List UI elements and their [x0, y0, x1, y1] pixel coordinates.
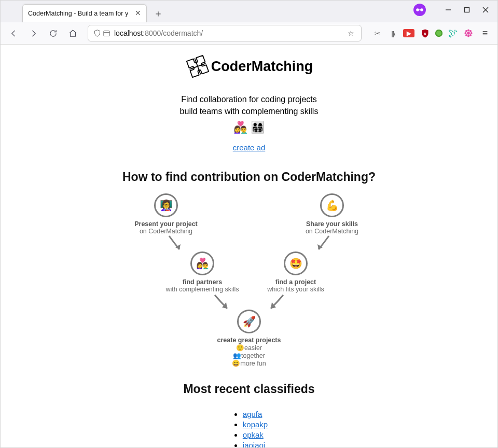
svg-point-1 — [420, 8, 423, 11]
close-tab-icon[interactable]: ✕ — [134, 9, 142, 18]
close-window-button[interactable] — [477, 3, 494, 17]
classifieds-list: agufa kopakp opkak iaojaoi aijjao — [230, 409, 268, 448]
list-item: iaojaoi — [243, 441, 268, 448]
tab-title: CoderMatching - Build a team for y — [28, 10, 134, 17]
flow-node-share: 💪 Share your skills on CoderMatching — [285, 193, 379, 235]
svg-point-13 — [464, 32, 466, 34]
browser-window: CoderMatching - Build a team for y ✕ ＋ l… — [0, 0, 498, 448]
tagline-line2: build teams with complementing skills — [62, 105, 436, 117]
incognito-icon — [413, 4, 426, 16]
list-item: kopakp — [243, 420, 268, 429]
flow-diagram: 👩‍🏫 Present your project on CoderMatchin… — [125, 193, 374, 365]
svg-point-17 — [465, 34, 467, 36]
app-menu-button[interactable]: ≡ — [478, 28, 492, 39]
window-controls — [413, 3, 494, 17]
reload-button[interactable] — [45, 25, 61, 41]
create-ad-link[interactable]: create ad — [233, 143, 266, 152]
svg-point-15 — [465, 30, 467, 32]
extension-adblock-icon[interactable]: u — [420, 29, 430, 38]
site-info-icon[interactable] — [102, 30, 111, 37]
svg-point-16 — [469, 30, 472, 32]
puzzle-logo-icon — [185, 54, 210, 79]
browser-tab[interactable]: CoderMatching - Build a team for y ✕ — [22, 4, 147, 22]
address-bar[interactable]: localhost:8000/codermatch/ ☆ — [88, 25, 362, 41]
svg-rect-4 — [465, 8, 469, 12]
back-button[interactable] — [6, 25, 21, 41]
muscle-icon: 💪 — [320, 193, 344, 217]
star-eyes-icon: 🤩 — [284, 251, 308, 275]
extension-flower-icon[interactable] — [463, 29, 474, 38]
svg-point-11 — [467, 29, 469, 31]
page-viewport[interactable]: CoderMatching Find collaboration for cod… — [1, 45, 497, 448]
bookmark-star-icon[interactable]: ☆ — [348, 29, 357, 37]
classified-link[interactable]: kopakp — [243, 420, 268, 429]
extensions-area: ✂︎ |||\ ▶ u 🕊︎ — [372, 29, 474, 38]
extension-bird-icon[interactable]: 🕊︎ — [448, 29, 458, 38]
maximize-button[interactable] — [458, 3, 476, 17]
tagline: Find collaboration for coding projects b… — [62, 93, 436, 136]
tagline-line1: Find collaboration for coding projects — [62, 93, 436, 105]
svg-rect-2 — [419, 9, 421, 10]
couple-icon: 👩‍❤️‍👨 — [190, 251, 214, 275]
list-item: agufa — [243, 410, 268, 419]
svg-point-14 — [471, 32, 473, 34]
extension-video-icon[interactable]: ▶ — [403, 29, 414, 37]
flow-node-findproject: 🤩 find a project which fits your skills — [249, 251, 342, 293]
svg-point-18 — [469, 34, 472, 36]
classified-link[interactable]: iaojaoi — [243, 441, 265, 448]
svg-point-12 — [467, 35, 469, 37]
teacher-icon: 👩‍🏫 — [154, 193, 178, 217]
extension-library-icon[interactable]: |||\ — [388, 29, 398, 38]
flow-node-partners: 👩‍❤️‍👨 find partners with complementing … — [156, 251, 249, 293]
tagline-emoji: 👩‍❤️‍👨 👨‍👩‍👧‍👦 — [62, 119, 436, 136]
svg-point-0 — [416, 8, 419, 11]
extension-green-icon[interactable] — [435, 30, 442, 37]
howto-heading: How to find contribution on CoderMatchin… — [62, 170, 436, 184]
new-tab-button[interactable]: ＋ — [151, 6, 165, 21]
browser-toolbar: localhost:8000/codermatch/ ☆ ✂︎ |||\ ▶ u… — [1, 22, 497, 45]
brand-name: CoderMatching — [211, 59, 313, 75]
svg-text:u: u — [424, 31, 426, 35]
minimize-button[interactable] — [439, 3, 457, 17]
shield-icon — [92, 29, 102, 37]
rocket-icon: 🚀 — [237, 310, 261, 333]
classified-link[interactable]: opkak — [243, 430, 264, 439]
home-button[interactable] — [65, 25, 80, 41]
list-item: opkak — [243, 430, 268, 440]
page-content: CoderMatching Find collaboration for cod… — [57, 45, 441, 448]
site-header: CoderMatching — [62, 54, 436, 79]
svg-point-10 — [467, 32, 470, 35]
svg-rect-7 — [103, 31, 109, 36]
tab-strip: CoderMatching - Build a team for y ✕ ＋ — [1, 1, 497, 22]
url-text: localhost:8000/codermatch/ — [111, 29, 348, 37]
flow-node-create: 🚀 create great projects 🙂easier 👥togethe… — [202, 310, 296, 367]
forward-button[interactable] — [25, 25, 41, 41]
recent-heading: Most recent classifieds — [62, 382, 436, 396]
extension-cut-icon[interactable]: ✂︎ — [372, 29, 382, 38]
flow-node-present: 👩‍🏫 Present your project on CoderMatchin… — [119, 193, 213, 235]
classified-link[interactable]: agufa — [243, 410, 262, 418]
